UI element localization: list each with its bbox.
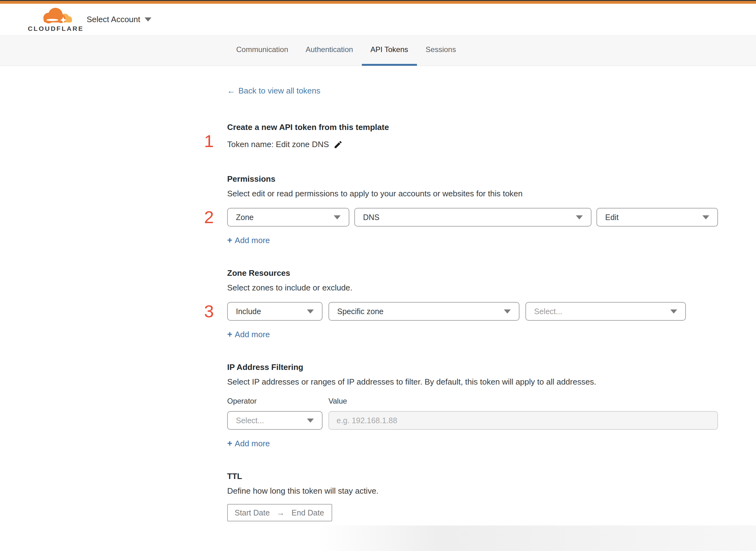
ip-filtering-row: Select...: [227, 411, 718, 430]
zone-picker-select[interactable]: Select...: [525, 302, 686, 321]
permissions-section: Permissions Select edit or read permissi…: [227, 174, 718, 245]
arrow-right-icon: →: [277, 508, 285, 518]
permissions-description: Select edit or read permissions to apply…: [227, 189, 718, 198]
permission-scope-value: Zone: [236, 213, 254, 222]
chevron-down-icon: [702, 215, 709, 219]
permission-resource-value: DNS: [363, 213, 380, 222]
ttl-section: TTL Define how long this token will stay…: [227, 472, 718, 521]
ttl-date-range-picker[interactable]: Start Date → End Date: [227, 504, 332, 521]
tab-label: Authentication: [306, 45, 353, 54]
edit-pencil-icon[interactable]: [333, 140, 343, 149]
add-more-label: Add more: [235, 439, 270, 449]
chevron-down-icon: [504, 310, 511, 314]
value-label: Value: [328, 397, 347, 406]
add-more-label: Add more: [235, 235, 270, 245]
back-link-label: Back to view all tokens: [238, 86, 320, 96]
back-arrow-icon: ←: [227, 86, 235, 96]
ip-filtering-heading: IP Address Filtering: [227, 363, 718, 372]
chevron-down-icon: [307, 419, 314, 423]
profile-tab-bar: Communication Authentication API Tokens …: [0, 35, 756, 66]
tab-label: API Tokens: [370, 45, 408, 54]
chevron-down-icon: [670, 310, 677, 314]
token-section-heading: Create a new API token from this templat…: [227, 122, 718, 132]
tab-sessions[interactable]: Sessions: [417, 35, 465, 66]
permission-resource-select[interactable]: DNS: [354, 208, 592, 226]
zone-resources-row: 3 Include Specific zone Select...: [227, 302, 718, 321]
token-name-text: Token name: Edit zone DNS: [227, 140, 329, 149]
add-more-label: Add more: [235, 330, 270, 340]
permissions-heading: Permissions: [227, 174, 718, 184]
permission-access-value: Edit: [605, 213, 619, 222]
zone-resources-add-more-link[interactable]: + Add more: [227, 330, 270, 340]
ttl-description: Define how long this token will stay act…: [227, 486, 718, 496]
plus-icon: +: [227, 439, 232, 449]
top-orange-line: [0, 1, 756, 4]
cloudflare-logo[interactable]: CLOUDFLARE: [37, 6, 75, 32]
account-selector[interactable]: Select Account: [87, 15, 151, 24]
footer-background-gradient: [0, 525, 756, 551]
zone-resources-heading: Zone Resources: [227, 268, 718, 278]
zone-picker-placeholder: Select...: [534, 307, 562, 316]
cloudflare-cloud-icon: [37, 6, 74, 24]
chevron-down-icon: [145, 17, 151, 21]
plus-icon: +: [227, 235, 232, 245]
ip-field-labels: Operator Value: [227, 397, 718, 406]
ip-filtering-add-more-link[interactable]: + Add more: [227, 439, 270, 449]
step-number-1: 1: [204, 132, 214, 150]
zone-type-select[interactable]: Specific zone: [328, 302, 520, 321]
ip-filtering-description: Select IP addresses or ranges of IP addr…: [227, 377, 718, 387]
permissions-row: 2 Zone DNS Edit: [227, 208, 718, 226]
zone-resources-description: Select zones to include or exclude.: [227, 283, 718, 293]
start-date-placeholder: Start Date: [235, 508, 270, 517]
permission-scope-select[interactable]: Zone: [227, 208, 349, 226]
tab-authentication[interactable]: Authentication: [297, 35, 362, 66]
app-header: CLOUDFLARE Select Account: [0, 4, 756, 35]
ttl-heading: TTL: [227, 472, 718, 481]
chevron-down-icon: [334, 215, 340, 219]
chevron-down-icon: [576, 215, 583, 219]
ip-operator-select[interactable]: Select...: [227, 411, 322, 430]
tab-label: Sessions: [426, 45, 456, 54]
operator-label: Operator: [227, 397, 328, 406]
step-number-3: 3: [204, 303, 214, 320]
ip-value-input[interactable]: [328, 411, 718, 430]
token-name-section: 1 Create a new API token from this templ…: [227, 122, 718, 149]
account-selector-label: Select Account: [87, 15, 140, 24]
back-to-tokens-link[interactable]: ← Back to view all tokens: [227, 86, 320, 96]
zone-mode-select[interactable]: Include: [227, 302, 322, 321]
step-number-2: 2: [204, 208, 214, 226]
zone-resources-section: Zone Resources Select zones to include o…: [227, 268, 718, 340]
main-content: ← Back to view all tokens 1 Create a new…: [227, 66, 718, 551]
token-name-row: Token name: Edit zone DNS: [227, 140, 718, 149]
permissions-add-more-link[interactable]: + Add more: [227, 235, 270, 245]
ip-operator-placeholder: Select...: [236, 416, 264, 425]
plus-icon: +: [227, 330, 232, 340]
end-date-placeholder: End Date: [292, 508, 324, 517]
permission-access-select[interactable]: Edit: [597, 208, 718, 226]
cloudflare-wordmark: CLOUDFLARE: [28, 25, 84, 32]
top-accent-bar: [0, 0, 756, 4]
tab-label: Communication: [236, 45, 288, 54]
zone-mode-value: Include: [236, 307, 261, 316]
chevron-down-icon: [307, 310, 314, 314]
tab-communication[interactable]: Communication: [227, 35, 297, 66]
tab-api-tokens[interactable]: API Tokens: [362, 35, 417, 66]
zone-type-value: Specific zone: [337, 307, 384, 316]
ip-filtering-section: IP Address Filtering Select IP addresses…: [227, 363, 718, 449]
